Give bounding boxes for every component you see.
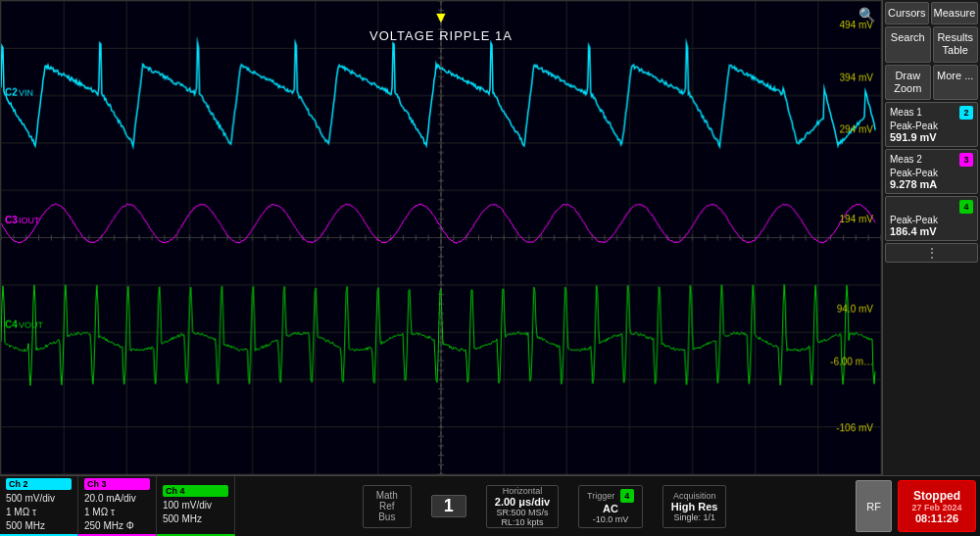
meas3-type: Peak-Peak <box>890 215 973 225</box>
ch3-info: Ch 3 20.0 mA/div 1 MΩ τ 250 MHz Φ <box>78 476 157 536</box>
meas2-value: 9.278 mA <box>890 178 973 190</box>
meas1-value: 591.9 mV <box>890 131 973 143</box>
draw-more-row: Draw Zoom More ... <box>885 65 978 100</box>
ch2-name: Ch 2 <box>6 478 72 490</box>
meas2-header: Meas 2 3 <box>890 153 973 167</box>
trigger-label: Trigger <box>587 491 614 501</box>
search-results-row: Search Results Table <box>885 26 978 62</box>
horizontal-label: Horizontal <box>503 486 543 496</box>
meas3-box: 4 Peak-Peak 186.4 mV <box>885 196 978 241</box>
acquisition-block: Acquisition High Res Single: 1/1 <box>662 485 727 528</box>
main-area: VOLTAGE RIPPLE 1A ▼ 🔍 Cursors Measure Se… <box>0 0 980 475</box>
ch4-div: 100 mV/div <box>163 499 228 512</box>
trigger-value: -10.0 mV <box>593 514 629 524</box>
ch3-bw: 250 MHz Φ <box>84 519 150 533</box>
results-table-button[interactable]: Results Table <box>933 26 979 62</box>
meas3-badge: 4 <box>959 200 973 214</box>
rf-button[interactable]: RF <box>856 480 892 532</box>
scope-search-icon: 🔍 <box>858 7 875 23</box>
meas1-box: Meas 1 2 Peak-Peak 591.9 mV <box>885 102 978 147</box>
right-panel: Cursors Measure Search Results Table Dra… <box>882 0 980 475</box>
trigger-type: AC <box>603 503 618 514</box>
more-options-button[interactable]: ⋮ <box>885 243 978 263</box>
ch3-coupling: 1 MΩ τ <box>84 506 150 519</box>
meas1-badge: 2 <box>959 106 973 120</box>
trigger-block: Trigger 4 AC -10.0 mV <box>578 485 643 528</box>
cursors-button[interactable]: Cursors <box>885 2 929 24</box>
bottom-bar: Ch 2 500 mV/div 1 MΩ τ 500 MHz Ch 3 20.0… <box>0 475 980 536</box>
stopped-date: 27 Feb 2024 <box>911 503 961 512</box>
meas2-label: Meas 2 <box>890 154 922 165</box>
horizontal-sr: SR:500 MS/s <box>496 508 548 517</box>
horizontal-rl: RL:10 kpts <box>501 517 543 527</box>
trigger-badge: 4 <box>620 489 634 503</box>
ch2-info: Ch 2 500 mV/div 1 MΩ τ 500 MHz <box>0 476 78 536</box>
acquisition-single: Single: 1/1 <box>673 512 715 522</box>
trigger-indicator: ▼ <box>433 9 449 26</box>
ch4-name: Ch 4 <box>163 485 228 497</box>
waveform-canvas <box>1 1 881 474</box>
meas2-badge: 3 <box>959 153 973 167</box>
more-button[interactable]: More ... <box>933 65 979 100</box>
measure-button[interactable]: Measure <box>931 2 979 24</box>
ch4-info: Ch 4 100 mV/div 500 MHz <box>157 476 235 536</box>
ch3-div: 20.0 mA/div <box>84 492 150 506</box>
meas3-header: 4 <box>890 200 973 214</box>
scope-display: VOLTAGE RIPPLE 1A ▼ 🔍 <box>0 0 882 475</box>
trigger-label-text: Trigger 4 <box>587 489 634 503</box>
acquisition-mode: High Res <box>671 501 718 512</box>
meas2-box: Meas 2 3 Peak-Peak 9.278 mA <box>885 149 978 194</box>
meas1-label: Meas 1 <box>890 107 922 118</box>
ch2-div: 500 mV/div <box>6 492 72 506</box>
mid-info: Math Ref Bus 1 Horizontal 2.00 μs/div SR… <box>235 476 854 536</box>
ch3-name: Ch 3 <box>84 478 150 490</box>
acquisition-label: Acquisition <box>673 491 716 501</box>
math-ref-bus-block: Math Ref Bus <box>363 485 412 528</box>
meas3-value: 186.4 mV <box>890 225 973 237</box>
meas1-type: Peak-Peak <box>890 121 973 131</box>
ch2-coupling: 1 MΩ τ <box>6 506 72 519</box>
ch4-bw: 500 MHz <box>163 512 228 526</box>
meas1-header: Meas 1 2 <box>890 106 973 120</box>
draw-zoom-button[interactable]: Draw Zoom <box>885 65 931 100</box>
meas2-type: Peak-Peak <box>890 168 973 178</box>
stopped-button[interactable]: Stopped 27 Feb 2024 08:11:26 <box>898 480 976 532</box>
cursors-measure-row: Cursors Measure <box>885 2 978 24</box>
one-button[interactable]: 1 <box>431 495 466 517</box>
horizontal-block: Horizontal 2.00 μs/div SR:500 MS/s RL:10… <box>486 485 559 528</box>
stopped-time: 08:11:26 <box>915 512 958 524</box>
ch2-bw: 500 MHz <box>6 519 72 533</box>
search-button[interactable]: Search <box>885 26 931 62</box>
horizontal-time-div: 2.00 μs/div <box>495 496 550 508</box>
stopped-label: Stopped <box>913 489 960 503</box>
